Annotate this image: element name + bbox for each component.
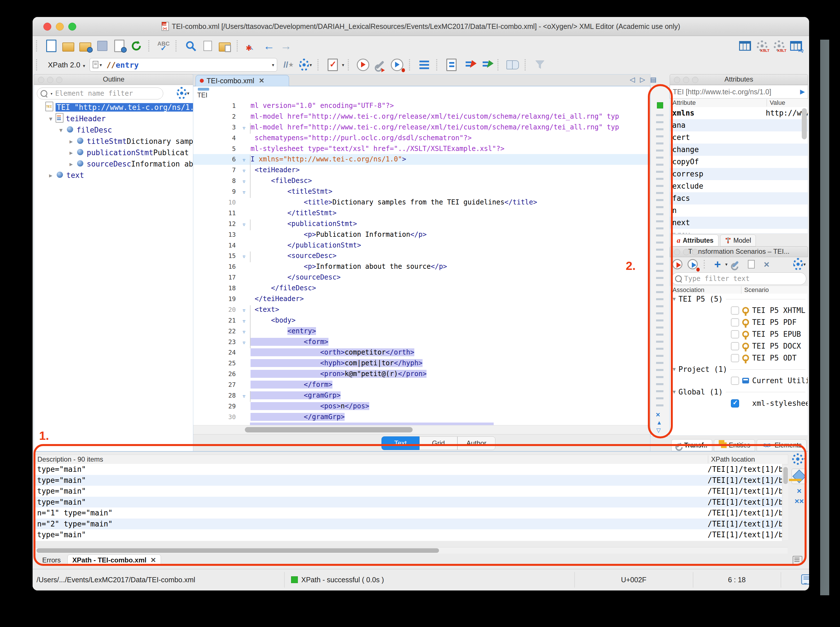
attribute-row[interactable]: ana — [670, 119, 808, 131]
fold-icon[interactable]: ▽ — [238, 166, 251, 176]
scenario-group[interactable]: ▼Global (1) — [670, 387, 808, 397]
results-vscrollbar[interactable] — [783, 466, 788, 540]
code-line[interactable]: 6▽I xmlns="http://www.tei-c.org/ns/1.0"> — [193, 154, 650, 165]
attribute-row[interactable]: xmlnshttp://www.... — [670, 107, 808, 119]
fold-icon[interactable]: ▽ — [238, 305, 251, 316]
xslt-profiler-icon[interactable]: XSLT — [773, 39, 785, 52]
outline-item[interactable]: ▶publicationStmt Publicat — [34, 147, 193, 158]
tab-elements[interactable]: <x> Elements — [757, 439, 807, 451]
pin-red-icon[interactable] — [462, 58, 475, 71]
filter-options-icon[interactable]: ▾ — [50, 91, 53, 96]
debug-scenario-icon[interactable] — [687, 258, 698, 271]
code-line[interactable]: 11 </titleStmt> — [193, 208, 650, 219]
collapse-icon[interactable]: ▼ — [670, 296, 679, 302]
code-line[interactable]: 28▽ <gramGrp> — [193, 390, 650, 401]
edit-scenario-icon[interactable] — [730, 258, 741, 271]
outline-item[interactable]: ▼fileDesc — [34, 124, 193, 135]
code-line[interactable]: 20▽ <text> — [193, 304, 650, 315]
xslt-debugger-icon[interactable]: XSLT — [756, 39, 768, 52]
forward-icon[interactable]: → — [280, 39, 292, 52]
attribute-row[interactable]: corresp — [670, 168, 808, 180]
hscroll-thumb[interactable] — [245, 427, 413, 432]
scenario-item[interactable]: xml-stylesheet proc.. — [670, 397, 808, 409]
fold-icon[interactable]: ▽ — [238, 252, 251, 262]
fold-icon[interactable]: ▽ — [238, 327, 251, 337]
breadcrumb-element-name[interactable]: TEI — [197, 91, 207, 99]
configure-transformation-icon[interactable] — [374, 58, 386, 71]
code-line[interactable]: 26 <pron>k@m"petit@(r)</pron> — [193, 369, 650, 380]
code-line[interactable]: 27 </form> — [193, 380, 650, 390]
duplicate-scenario-icon[interactable] — [745, 258, 757, 271]
scenario-checkbox[interactable] — [731, 306, 739, 315]
xpath-dropdown-icon[interactable]: ▾ — [272, 62, 274, 68]
expand-icon[interactable]: ▶ — [66, 161, 76, 167]
scenario-item[interactable]: TEI P5 XHTML — [670, 304, 808, 316]
code-line[interactable]: 5ml-stylesheet type="text/xsl" href="../… — [193, 143, 650, 154]
scenarios-table-header[interactable]: Association Scenario — [669, 286, 808, 294]
new-document-icon[interactable] — [45, 39, 57, 52]
prev-editor-icon[interactable]: ◁ — [630, 76, 635, 83]
review-book-icon[interactable] — [507, 58, 519, 71]
code-line[interactable]: 1ml version="1.0" encoding="UTF-8"?> — [193, 101, 650, 111]
element-filter-input[interactable]: ▾ Element name filter — [37, 88, 163, 99]
expand-icon[interactable]: ▶ — [66, 150, 76, 156]
code-line[interactable]: 2ml-model href="http://www.tei-c.org/rel… — [193, 111, 650, 122]
results-description-header[interactable]: Description - 90 items — [38, 455, 103, 463]
code-area[interactable]: 1ml version="1.0" encoding="UTF-8"?>2ml-… — [193, 101, 650, 425]
code-line[interactable]: 16 <p>Information about the source</p> — [193, 262, 650, 272]
collapse-icon[interactable]: ▼ — [56, 127, 66, 133]
delete-scenario-icon[interactable]: × — [761, 258, 772, 271]
attribute-row[interactable]: n — [670, 205, 808, 217]
save-to-url-icon[interactable] — [113, 39, 126, 52]
result-row[interactable]: n="1" type="main"/TEI[1]/text[1]/bo — [34, 507, 782, 518]
next-editor-icon[interactable]: ▷ — [640, 76, 645, 83]
attributes-panel-header[interactable]: Attributes — [669, 74, 808, 85]
validate-dropdown-icon[interactable]: ▾ — [342, 62, 344, 68]
outline-panel-header[interactable]: Outline — [34, 74, 194, 85]
fold-icon[interactable]: ▽ — [238, 155, 251, 166]
scenario-checkbox[interactable] — [731, 377, 739, 385]
code-line[interactable]: 14 </publicationStmt> — [193, 240, 650, 251]
code-line[interactable]: 25 <hyph>com|peti|tor</hyph> — [193, 358, 650, 369]
tab-attributes[interactable]: aAttributes — [672, 235, 718, 246]
xpath-settings-gear-icon[interactable]: ▾ — [299, 58, 312, 71]
layout-grid-icon[interactable] — [739, 39, 751, 52]
code-line[interactable]: 12▽ <publicationStmt> — [193, 219, 650, 229]
notification-bubble-icon[interactable] — [801, 574, 809, 584]
result-row[interactable]: type="main"/TEI[1]/text[1]/bo — [34, 464, 782, 475]
find-replace-in-files-icon[interactable] — [218, 39, 231, 52]
error-stripe[interactable]: × ▲ ▽ — [651, 85, 669, 437]
view-tab-grid[interactable]: Grid — [420, 436, 458, 450]
attributes-scrollbar[interactable] — [802, 108, 807, 139]
editor-hscrollbar[interactable] — [193, 425, 650, 435]
code-line[interactable]: 21▽ <body> — [193, 315, 650, 326]
expand-icon[interactable]: ▶ — [46, 172, 55, 178]
outline-item[interactable]: TEI "http://www.tei-c.org/ns/1.0" — [34, 102, 193, 113]
outline-item[interactable]: ▶sourceDesc Information ab — [34, 158, 193, 170]
scenario-checkbox[interactable] — [731, 354, 739, 362]
new-scenario-icon[interactable]: + — [713, 258, 722, 271]
clear-all-results-icon[interactable]: ×× — [795, 498, 804, 504]
apply-transformation-icon[interactable] — [357, 58, 369, 71]
result-row[interactable]: type="main"/TEI[1]/text[1]/bo — [34, 529, 782, 540]
code-line[interactable]: 19 </teiHeader> — [193, 294, 650, 304]
fold-icon[interactable]: ▽ — [238, 337, 251, 348]
code-line[interactable]: 30 </gramGrp> — [193, 412, 650, 422]
code-line[interactable]: 8▽ <fileDesc> — [193, 176, 650, 186]
xpath-input[interactable]: ▾ //entry ▾ — [90, 58, 277, 72]
last-modification-icon[interactable]: ←✱ — [246, 39, 258, 52]
results-xpath-header[interactable]: XPath location — [708, 455, 755, 463]
find-in-files-icon[interactable] — [202, 39, 214, 52]
collapse-icon[interactable]: ▼ — [670, 367, 679, 372]
results-hscrollbar[interactable] — [34, 547, 788, 554]
format-indent-file-icon[interactable] — [445, 58, 458, 71]
result-row[interactable]: n="2" type="main"/TEI[1]/text[1]/bo — [34, 518, 782, 529]
code-line[interactable]: 7▽ <teiHeader> — [193, 165, 650, 176]
code-line[interactable]: 10 <title>Dictionary samples from the TE… — [193, 197, 650, 208]
fold-icon[interactable]: ▽ — [238, 176, 251, 187]
editor-tab[interactable]: TEI-combo.xml ✕ — [196, 75, 289, 86]
scenario-item[interactable]: TEI P5 DOCX — [670, 340, 808, 352]
debug-scenario-icon[interactable] — [391, 58, 403, 71]
attribute-row[interactable]: facs — [670, 192, 808, 205]
scenario-checkbox[interactable] — [731, 342, 739, 350]
